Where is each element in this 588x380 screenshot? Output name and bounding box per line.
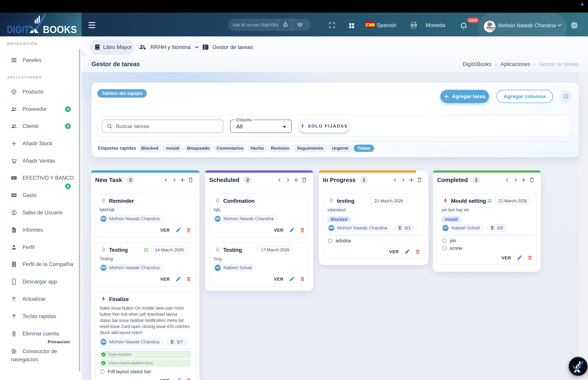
svg-text:DIGIT: DIGIT <box>7 24 29 35</box>
svg-text:Fashion: Fashion <box>489 29 494 31</box>
svg-text:$: $ <box>411 24 413 27</box>
svg-text:$: $ <box>12 194 13 196</box>
svg-text:Smart: Smart <box>487 26 495 29</box>
svg-text:BOOKS: BOOKS <box>43 24 77 35</box>
svg-text:N: N <box>489 23 490 26</box>
svg-text:€: € <box>415 24 416 27</box>
